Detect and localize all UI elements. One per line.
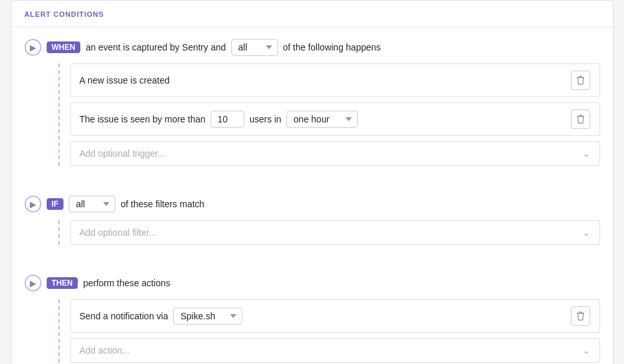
when-expand-button[interactable]: ▶ [25,39,41,56]
condition-row-1: A new issue is created [70,63,600,97]
condition-2-count-input[interactable] [211,111,244,128]
add-trigger-chevron-icon: ⌄ [583,148,590,159]
trash-icon-2 [576,115,585,124]
when-pre-text: an event is captured by Sentry and [86,42,225,52]
condition-2-pre-text: The issue is seen by more than [80,114,206,124]
action-1-pre-text: Send a notification via [80,311,168,321]
then-content-area: Send a notification via Spike.sh Email S… [58,299,600,363]
then-section-row: ▶ THEN perform these actions [25,275,600,291]
add-trigger-row[interactable]: Add optional trigger... ⌄ [70,141,600,166]
when-arrow-icon: ▶ [30,43,36,52]
then-badge: THEN [47,277,78,289]
action-1-left: Send a notification via Spike.sh Email S… [80,308,564,324]
if-section: ▶ IF all any none of these filters match… [12,184,613,256]
delete-condition-2-button[interactable] [571,109,590,129]
add-trigger-text: Add optional trigger... [80,148,165,159]
if-content-area: Add optional filter... ⌄ [58,220,600,245]
trash-icon-1 [576,76,585,85]
action-1-service-select[interactable]: Spike.sh Email Slack PagerDuty [173,308,242,324]
delete-action-1-button[interactable] [571,306,590,326]
condition-2-time-select[interactable]: one minute one hour one day one week [286,111,358,128]
then-arrow-icon: ▶ [30,279,36,288]
condition-1-left: A new issue is created [80,75,564,85]
trash-icon-action-1 [576,312,585,321]
add-filter-row[interactable]: Add optional filter... ⌄ [70,220,600,245]
condition-2-mid-text: users in [249,114,281,124]
add-filter-text: Add optional filter... [80,227,157,238]
if-badge: IF [47,198,64,210]
when-content-area: A new issue is created The issue is seen… [58,63,600,166]
condition-2-left: The issue is seen by more than users in … [80,111,564,128]
when-post-text: of the following happens [283,42,381,52]
add-filter-chevron-icon: ⌄ [583,227,590,238]
if-post-text: of these filters match [121,199,204,209]
when-badge: WHEN [47,41,81,53]
when-section-row: ▶ WHEN an event is captured by Sentry an… [25,39,600,56]
action-row-1: Send a notification via Spike.sh Email S… [70,299,600,333]
then-expand-button[interactable]: ▶ [25,275,41,291]
condition-1-text: A new issue is created [80,75,170,85]
if-section-row: ▶ IF all any none of these filters match [25,196,600,212]
card-header: ALERT CONDITIONS [12,1,613,27]
delete-condition-1-button[interactable] [571,71,590,90]
add-action-chevron-icon: ⌄ [583,345,590,356]
if-filter-select[interactable]: all any none [69,196,115,212]
condition-row-2: The issue is seen by more than users in … [70,102,600,136]
when-section: ▶ WHEN an event is captured by Sentry an… [12,27,613,177]
divider-2 [12,256,613,263]
then-section: ▶ THEN perform these actions Send a noti… [12,263,613,364]
if-arrow-icon: ▶ [30,200,36,209]
add-action-text: Add action... [80,345,130,356]
alert-conditions-card: ALERT CONDITIONS ▶ WHEN an event is capt… [11,0,614,364]
add-action-row[interactable]: Add action... ⌄ [70,338,600,363]
then-post-text: perform these actions [83,278,170,288]
when-filter-select[interactable]: all any none [231,39,278,56]
card-title: ALERT CONDITIONS [25,10,104,18]
divider-1 [12,177,613,184]
if-expand-button[interactable]: ▶ [25,196,41,212]
